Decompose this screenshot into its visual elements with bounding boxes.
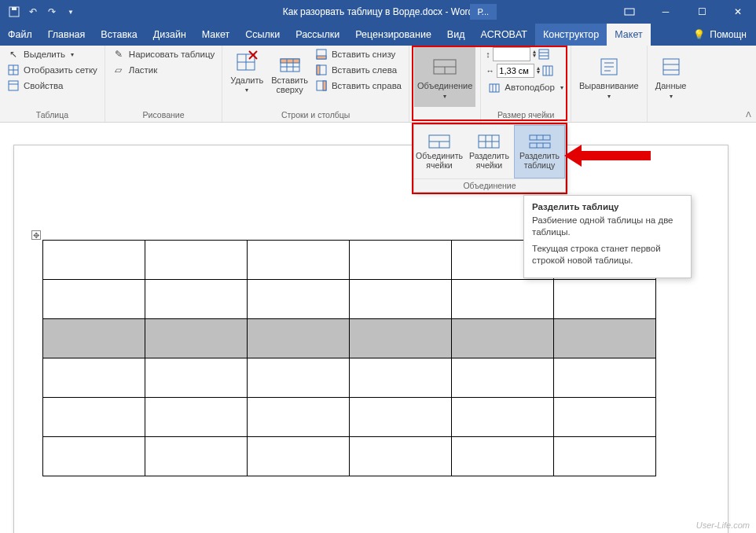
insert-above-button[interactable]: Вставить сверху	[268, 47, 311, 96]
tab-home[interactable]: Главная	[40, 24, 94, 46]
watermark: User-Life.com	[696, 520, 750, 530]
lightbulb-icon: 💡	[693, 29, 705, 40]
tab-file[interactable]: Файл	[0, 24, 40, 46]
group-cellsize-label: Размер ячейки	[486, 109, 566, 122]
col-width-input[interactable]	[497, 64, 534, 78]
insert-row-above-icon	[277, 49, 303, 74]
tooltip-line1: Разбиение одной таблицы на две таблицы.	[532, 215, 683, 238]
svg-rect-14	[281, 59, 299, 63]
eraser-icon: ▱	[112, 64, 125, 76]
svg-rect-21	[317, 65, 320, 75]
table-anchor-icon[interactable]: ✥	[31, 230, 41, 240]
titlebar: ↶ ↷ ▼ Как разорвать таблицу в Ворде.docx…	[0, 0, 756, 24]
svg-rect-40	[663, 59, 679, 75]
delete-table-icon	[234, 49, 259, 74]
svg-rect-51	[530, 143, 550, 148]
draw-table-button[interactable]: ✎Нарисовать таблицу	[110, 47, 217, 61]
collapse-ribbon-icon[interactable]: ᐱ	[746, 110, 751, 119]
context-tab-label: Р...	[470, 4, 497, 20]
table-row	[43, 437, 656, 476]
distribute-cols-icon[interactable]	[542, 65, 553, 76]
grid-icon	[7, 64, 20, 76]
undo-icon[interactable]: ↶	[25, 4, 41, 20]
merge-dropdown-button[interactable]: Объединение▾	[414, 47, 475, 107]
autofit-icon	[488, 81, 501, 94]
svg-rect-27	[539, 50, 549, 59]
select-button[interactable]: ↖Выделить▾	[5, 47, 100, 61]
properties-button[interactable]: Свойства	[5, 79, 100, 93]
autofit-button[interactable]: Автоподбор▾	[486, 80, 566, 94]
split-cells-icon	[478, 134, 500, 149]
ribbon-options-icon[interactable]	[611, 0, 648, 24]
svg-rect-2	[625, 9, 634, 15]
insert-left-button[interactable]: Вставить слева	[313, 63, 404, 77]
gridlines-button[interactable]: Отобразить сетку	[5, 63, 100, 77]
tab-table-layout[interactable]: Макет	[607, 24, 650, 46]
tab-review[interactable]: Рецензирование	[347, 24, 439, 46]
svg-rect-19	[317, 56, 326, 59]
tab-references[interactable]: Ссылки	[237, 24, 288, 46]
table-row	[43, 398, 656, 437]
ribbon: ↖Выделить▾ Отобразить сетку Свойства Таб…	[0, 46, 756, 123]
merge-cells-icon	[428, 134, 450, 149]
maximize-icon[interactable]: ☐	[684, 0, 720, 24]
table-row-selected	[43, 319, 656, 358]
close-icon[interactable]: ✕	[720, 0, 756, 24]
split-table-icon	[529, 134, 551, 149]
tooltip: Разделить таблицу Разбиение одной таблиц…	[523, 195, 692, 278]
ribbon-tabs: Файл Главная Вставка Дизайн Макет Ссылки…	[0, 24, 756, 46]
qat-more-icon[interactable]: ▼	[63, 4, 79, 20]
cursor-icon: ↖	[7, 48, 20, 61]
document-title: Как разорвать таблицу в Ворде.docx - Wor…	[283, 6, 473, 17]
minimize-icon[interactable]: ─	[648, 0, 684, 24]
svg-rect-30	[543, 66, 552, 75]
eraser-button[interactable]: ▱Ластик	[110, 63, 217, 77]
width-icon: ↔	[486, 66, 494, 75]
height-icon: ↕	[486, 50, 490, 59]
split-table-button[interactable]: Разделить таблицу	[514, 125, 565, 178]
col-width-field[interactable]: ↔▴▾	[486, 64, 566, 78]
merge-group-icon	[432, 54, 457, 79]
row-height-field[interactable]: ↕▴▾	[486, 47, 566, 61]
tooltip-title: Разделить таблицу	[532, 202, 683, 211]
insert-right-button[interactable]: Вставить справа	[313, 79, 404, 93]
save-icon[interactable]	[6, 4, 22, 20]
data-button[interactable]: Данные▾	[652, 47, 690, 107]
group-draw: ✎Нарисовать таблицу ▱Ластик Рисование	[105, 46, 222, 122]
group-rowscols: Удалить▾ Вставить сверху Вставить снизу …	[222, 46, 409, 122]
svg-rect-23	[323, 81, 326, 90]
data-icon	[659, 54, 684, 79]
redo-icon[interactable]: ↷	[44, 4, 60, 20]
row-height-input[interactable]	[493, 47, 530, 61]
tab-layout[interactable]: Макет	[194, 24, 237, 46]
tab-mailings[interactable]: Рассылки	[288, 24, 347, 46]
insert-below-button[interactable]: Вставить снизу	[313, 47, 404, 61]
group-draw-label: Рисование	[110, 109, 217, 122]
svg-rect-6	[9, 81, 18, 90]
insert-row-below-icon	[315, 48, 328, 61]
tell-me[interactable]: 💡 Помощн	[684, 24, 756, 46]
table-row	[43, 280, 656, 319]
table-row	[43, 358, 656, 398]
svg-rect-50	[530, 135, 550, 140]
svg-rect-33	[490, 84, 499, 92]
alignment-icon	[596, 54, 622, 79]
help-label: Помощн	[710, 29, 747, 40]
insert-col-left-icon	[315, 64, 328, 76]
tab-view[interactable]: Вид	[439, 24, 473, 46]
tab-insert[interactable]: Вставка	[93, 24, 145, 46]
tab-constructor[interactable]: Конструктор	[535, 24, 607, 46]
tab-design[interactable]: Дизайн	[145, 24, 194, 46]
group-data: Данные▾	[648, 46, 695, 122]
split-cells-button[interactable]: Разделить ячейки	[464, 125, 514, 178]
merge-cells-button[interactable]: Объединить ячейки	[414, 125, 464, 178]
distribute-rows-icon[interactable]	[538, 49, 549, 60]
merge-dropdown-panel: Объединить ячейки Разделить ячейки Разде…	[413, 124, 566, 193]
alignment-button[interactable]: Выравнивание▾	[576, 47, 642, 107]
tab-acrobat[interactable]: ACROBAT	[472, 24, 535, 46]
document-area: ✥	[0, 123, 756, 533]
merge-dropdown-label: Объединение	[414, 178, 565, 192]
group-align: Выравнивание▾	[571, 46, 648, 122]
delete-button[interactable]: Удалить▾	[227, 47, 266, 95]
group-table: ↖Выделить▾ Отобразить сетку Свойства Таб…	[0, 46, 105, 122]
